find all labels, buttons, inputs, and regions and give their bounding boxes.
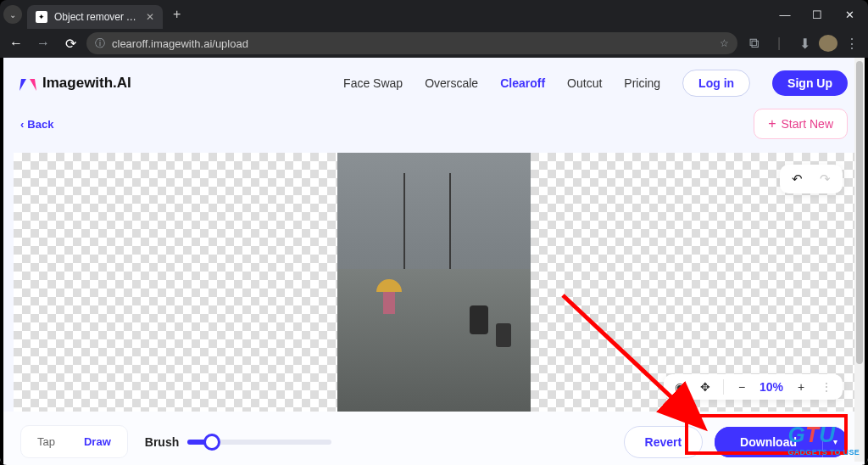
scrollbar-thumb[interactable] bbox=[856, 61, 863, 364]
tool-mode-group: Tap Draw bbox=[20, 425, 128, 458]
more-options-icon[interactable]: ⋮ bbox=[819, 380, 834, 394]
page-scrollbar[interactable] bbox=[854, 58, 865, 462]
divider: | bbox=[768, 32, 790, 54]
brush-size-slider[interactable] bbox=[187, 440, 331, 445]
close-window-button[interactable]: ✕ bbox=[843, 8, 856, 21]
signup-button[interactable]: Sign Up bbox=[772, 70, 848, 96]
profile-icon[interactable] bbox=[819, 35, 837, 52]
maximize-button[interactable]: ☐ bbox=[810, 8, 824, 21]
redo-button[interactable]: ↷ bbox=[820, 171, 831, 187]
tab-title: Object remover AI - Remove ob bbox=[54, 11, 139, 23]
chevron-left-icon: ‹ bbox=[20, 118, 24, 131]
logo-mark-icon bbox=[20, 76, 36, 91]
tab-search-button[interactable]: ⌄ bbox=[3, 5, 22, 24]
plus-icon: + bbox=[768, 116, 776, 132]
start-new-button[interactable]: + Start New bbox=[754, 109, 848, 139]
nav-overscale[interactable]: Overscale bbox=[425, 76, 478, 90]
minimize-button[interactable]: — bbox=[778, 8, 792, 21]
undo-redo-panel: ↶ ↷ bbox=[780, 165, 843, 193]
back-label: Back bbox=[27, 118, 53, 131]
brand-name: Imagewith.AI bbox=[42, 75, 131, 92]
compare-icon[interactable]: ◉ bbox=[672, 380, 687, 394]
bookmark-icon[interactable]: ☆ bbox=[720, 37, 729, 49]
downloads-icon[interactable]: ⬇ bbox=[793, 32, 815, 54]
move-icon[interactable]: ✥ bbox=[698, 380, 713, 394]
browser-tab[interactable]: ✦ Object remover AI - Remove ob ✕ bbox=[27, 5, 163, 29]
extensions-icon[interactable]: ⧉ bbox=[743, 32, 765, 54]
tab-strip: ⌄ ✦ Object remover AI - Remove ob ✕ + — … bbox=[0, 0, 868, 29]
editor-canvas[interactable]: ↶ ↷ ◉ ✥ − 10% + ⋮ bbox=[14, 153, 854, 412]
nav-forward-button[interactable]: → bbox=[32, 32, 54, 54]
new-tab-button[interactable]: + bbox=[173, 7, 181, 22]
nav-outcut[interactable]: Outcut bbox=[567, 76, 602, 90]
login-button[interactable]: Log in bbox=[682, 70, 750, 97]
zoom-in-button[interactable]: + bbox=[793, 380, 809, 394]
nav-clearoff[interactable]: Clearoff bbox=[500, 76, 545, 90]
zoom-out-button[interactable]: − bbox=[734, 380, 749, 394]
tool-draw[interactable]: Draw bbox=[72, 430, 123, 453]
menu-icon[interactable]: ⋮ bbox=[841, 32, 863, 54]
nav-back-button[interactable]: ← bbox=[5, 32, 27, 54]
view-controls-panel: ◉ ✥ − 10% + ⋮ bbox=[664, 374, 843, 400]
nav-face-swap[interactable]: Face Swap bbox=[343, 76, 403, 90]
revert-button[interactable]: Revert bbox=[624, 426, 704, 458]
nav-reload-button[interactable]: ⟳ bbox=[59, 32, 81, 54]
address-bar[interactable]: ⓘ clearoff.imagewith.ai/upload ☆ bbox=[86, 32, 737, 54]
tab-favicon: ✦ bbox=[36, 11, 47, 23]
divider bbox=[723, 379, 724, 395]
brand-logo[interactable]: Imagewith.AI bbox=[20, 75, 131, 92]
working-image[interactable] bbox=[337, 153, 531, 412]
start-new-label: Start New bbox=[782, 117, 833, 131]
window-controls: — ☐ ✕ bbox=[778, 8, 868, 21]
url-text: clearoff.imagewith.ai/upload bbox=[112, 37, 713, 50]
undo-button[interactable]: ↶ bbox=[792, 171, 803, 187]
watermark: GTU GADGETS TO USE bbox=[787, 422, 860, 457]
nav-pricing[interactable]: Pricing bbox=[624, 76, 660, 90]
tab-close-icon[interactable]: ✕ bbox=[146, 11, 154, 23]
zoom-value: 10% bbox=[760, 380, 783, 394]
brush-label: Brush bbox=[145, 435, 179, 449]
tool-tap[interactable]: Tap bbox=[25, 430, 67, 453]
slider-thumb[interactable] bbox=[203, 434, 220, 451]
watermark-text: GADGETS TO USE bbox=[787, 448, 860, 457]
site-info-icon[interactable]: ⓘ bbox=[95, 36, 105, 51]
back-link[interactable]: ‹ Back bbox=[20, 118, 53, 131]
